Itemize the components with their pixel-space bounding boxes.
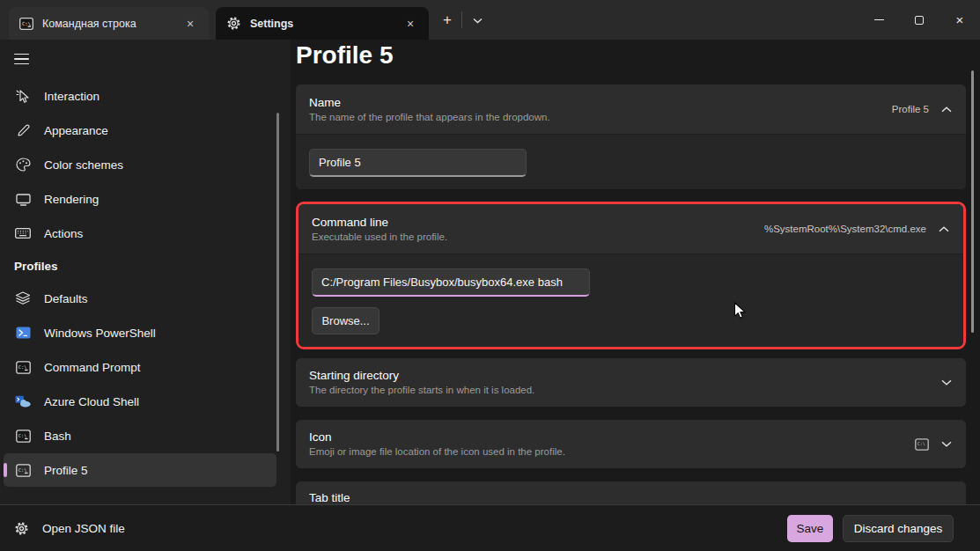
layers-icon <box>14 291 32 305</box>
icon-setting-header[interactable]: Icon Emoji or image file location of the… <box>296 420 966 468</box>
chevron-up-icon[interactable] <box>941 107 952 113</box>
actions-keyboard-icon <box>14 227 32 239</box>
sidebar-item-label: Azure Cloud Shell <box>44 395 139 408</box>
icon-setting-card: Icon Emoji or image file location of the… <box>296 420 966 468</box>
setting-title: Icon <box>309 430 915 445</box>
starting-directory-header[interactable]: Starting directory The directory the pro… <box>296 358 966 407</box>
name-setting-body <box>296 134 966 189</box>
sidebar-item-label: Appearance <box>44 124 108 137</box>
tab-label: Settings <box>250 18 401 30</box>
tab-command-prompt[interactable]: C:\ Командная строка × <box>9 7 209 40</box>
discard-changes-button[interactable]: Discard changes <box>843 515 954 542</box>
sidebar-nav: Interaction Appearance <box>0 78 284 488</box>
setting-subtitle: Emoji or image file location of the icon… <box>309 445 915 459</box>
cmd-window-icon: C:\ <box>14 430 32 443</box>
sidebar-item-actions[interactable]: Actions <box>4 217 276 250</box>
powershell-icon <box>14 327 32 339</box>
sidebar-item-label: Windows PowerShell <box>44 327 156 340</box>
settings-content: Profile 5 Name The name of the profile t… <box>291 40 980 504</box>
cmd-window-icon: C:\ <box>14 464 32 477</box>
close-window-button[interactable]: × <box>939 0 980 40</box>
sidebar-item-interaction[interactable]: Interaction <box>4 79 276 113</box>
close-tab-icon[interactable]: × <box>401 14 420 33</box>
tabbar-separator <box>461 11 462 28</box>
setting-title: Command line <box>312 215 764 231</box>
setting-current-value: Profile 5 <box>892 104 929 114</box>
sidebar-item-appearance[interactable]: Appearance <box>4 114 276 147</box>
setting-subtitle: The directory the profile starts in when… <box>309 384 941 397</box>
browse-button[interactable]: Browse... <box>312 307 379 334</box>
tab-label: Командная строка <box>42 18 181 30</box>
profiles-section-header: Profiles <box>0 251 284 281</box>
name-setting-card: Name The name of the profile that appear… <box>296 84 966 189</box>
cmd-window-icon: C:\ <box>19 18 33 30</box>
sidebar-item-label: Profile 5 <box>44 464 88 477</box>
svg-text:C:\: C:\ <box>18 467 26 472</box>
open-json-file-button[interactable]: Open JSON file <box>14 521 125 536</box>
tab-dropdown-button[interactable] <box>465 8 490 33</box>
close-tab-icon[interactable]: × <box>181 14 200 33</box>
appearance-pen-icon <box>14 123 32 137</box>
sidebar-item-defaults[interactable]: Defaults <box>4 282 276 315</box>
sidebar-item-label: Command Prompt <box>44 361 141 374</box>
color-palette-icon <box>14 158 32 172</box>
command-line-header[interactable]: Command line Executable used in the prof… <box>298 204 963 253</box>
setting-title: Starting directory <box>309 368 941 384</box>
sidebar-item-rendering[interactable]: Rendering <box>4 182 276 216</box>
minimize-icon <box>874 19 884 20</box>
sidebar-item-color-schemes[interactable]: Color schemes <box>4 148 276 181</box>
hamburger-menu-button[interactable] <box>7 45 41 73</box>
chevron-up-icon[interactable] <box>939 226 949 232</box>
setting-title: Name <box>309 95 892 111</box>
sidebar-item-profile-5[interactable]: C:\ Profile 5 <box>4 453 276 487</box>
setting-current-value: %SystemRoot%\System32\cmd.exe <box>764 224 926 234</box>
profile-icon-preview: C:\ <box>915 438 929 451</box>
svg-text:C:\: C:\ <box>917 441 925 446</box>
starting-directory-setting-card: Starting directory The directory the pro… <box>296 358 966 407</box>
close-icon: × <box>956 13 964 26</box>
sidebar-item-label: Rendering <box>44 193 99 206</box>
titlebar: C:\ Командная строка × Settings × + <box>0 0 980 40</box>
command-line-setting-card: Command line Executable used in the prof… <box>296 202 966 349</box>
minimize-button[interactable] <box>858 0 899 40</box>
sidebar-item-label: Defaults <box>44 292 88 305</box>
sidebar-item-bash[interactable]: C:\ Bash <box>4 419 276 452</box>
svg-text:C:\: C:\ <box>18 432 26 437</box>
footer-bar: Open JSON file Save Discard changes <box>0 504 980 551</box>
interaction-cursor-icon <box>14 89 32 104</box>
profile-name-input[interactable] <box>309 149 527 177</box>
sidebar-item-label: Actions <box>44 227 83 240</box>
sidebar-item-windows-powershell[interactable]: Windows PowerShell <box>4 316 276 349</box>
save-button[interactable]: Save <box>787 515 833 542</box>
content-scrollbar[interactable] <box>971 70 974 333</box>
page-title: Profile 5 <box>296 41 393 70</box>
cmd-window-icon: C:\ <box>14 361 32 374</box>
chevron-down-icon[interactable] <box>941 379 952 386</box>
svg-text:C:\: C:\ <box>18 364 26 369</box>
rendering-display-icon <box>14 193 32 206</box>
maximize-button[interactable] <box>899 0 939 40</box>
setting-subtitle: The name of the profile that appears in … <box>309 111 892 124</box>
maximize-icon <box>915 16 924 25</box>
sidebar-item-label: Bash <box>44 430 71 443</box>
open-json-label: Open JSON file <box>42 522 125 535</box>
terminal-settings-window: C:\ Командная строка × Settings × + <box>0 0 980 551</box>
sidebar-scrollbar[interactable] <box>276 113 279 452</box>
settings-sidebar: Interaction Appearance <box>0 40 291 504</box>
gear-icon <box>226 16 241 31</box>
sidebar-item-label: Color schemes <box>44 158 123 172</box>
name-setting-header[interactable]: Name The name of the profile that appear… <box>296 84 966 134</box>
new-tab-button[interactable]: + <box>435 8 460 33</box>
sidebar-item-label: Interaction <box>44 90 99 103</box>
svg-text:C:\: C:\ <box>22 20 31 26</box>
setting-subtitle: Executable used in the profile. <box>312 231 764 244</box>
azure-cloud-shell-icon <box>14 395 32 408</box>
sidebar-item-azure-cloud-shell[interactable]: Azure Cloud Shell <box>4 385 276 418</box>
command-line-body: Browse... <box>298 253 963 347</box>
command-line-input[interactable] <box>312 268 590 297</box>
tab-settings[interactable]: Settings × <box>216 7 429 40</box>
gear-icon <box>14 521 29 536</box>
window-controls: × <box>858 0 980 40</box>
chevron-down-icon[interactable] <box>941 441 952 447</box>
sidebar-item-command-prompt[interactable]: C:\ Command Prompt <box>4 350 276 384</box>
